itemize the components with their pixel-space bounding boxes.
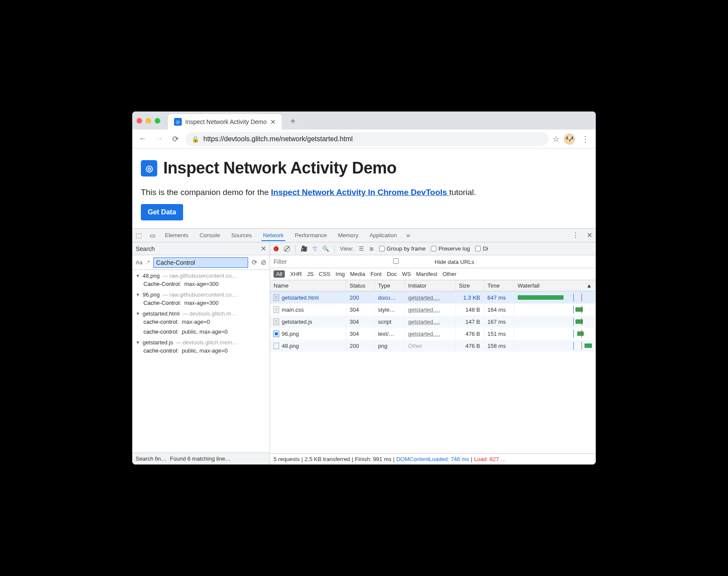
preserve-log-checkbox[interactable]: Preserve log <box>431 245 470 252</box>
profile-avatar[interactable]: 🐶 <box>564 133 575 145</box>
tab-application[interactable]: Application <box>368 229 399 241</box>
window-traffic-lights <box>137 118 160 124</box>
device-toggle-icon[interactable]: ▭ <box>149 232 156 239</box>
table-row[interactable]: getstarted.html200docu…getstarted.…1.3 K… <box>270 291 596 304</box>
search-status-left: Search fin… <box>136 455 167 462</box>
column-header[interactable]: Time <box>484 280 514 291</box>
type-filter-font[interactable]: Font <box>370 271 382 277</box>
search-icon[interactable]: 🔍 <box>322 245 329 252</box>
search-panel: Search ✕ Aa .* ⟳ ⊘ ▼ 48.png — raw.github… <box>132 242 270 465</box>
address-bar[interactable]: 🔒 https://devtools.glitch.me/network/get… <box>186 132 548 146</box>
refresh-search-icon[interactable]: ⟳ <box>252 258 257 266</box>
table-row[interactable]: 96.png304text/…getstarted.…476 B151 ms <box>270 328 596 340</box>
search-result-line[interactable]: Cache-Control: max-age=300 <box>136 298 266 308</box>
type-filter-ws[interactable]: WS <box>402 271 411 277</box>
type-filter-img[interactable]: Img <box>336 271 345 277</box>
group-by-frame-checkbox[interactable]: Group by frame <box>379 245 426 252</box>
regex-icon[interactable]: .* <box>146 259 150 266</box>
table-row[interactable]: 48.png200pngOther476 B158 ms <box>270 340 596 352</box>
devtools-menu-icon[interactable]: ⋮ <box>572 231 579 239</box>
search-close-icon[interactable]: ✕ <box>261 245 266 253</box>
search-result-file[interactable]: ▼ 96.png — raw.githubusercontent.co…Cach… <box>132 289 270 308</box>
table-header-row: NameStatusTypeInitiatorSizeTimeWaterfall… <box>270 280 596 291</box>
network-type-filters: AllXHRJSCSSImgMediaFontDocWSManifestOthe… <box>270 268 596 280</box>
tutorial-link[interactable]: Inspect Network Activity In Chrome DevTo… <box>271 188 449 197</box>
get-data-button[interactable]: Get Data <box>141 204 183 220</box>
column-header[interactable]: Initiator <box>404 280 455 291</box>
tab-title: Inspect Network Activity Demo <box>185 118 267 125</box>
search-header: Search ✕ <box>132 242 270 255</box>
summary-finish: Finish: 991 ms <box>355 456 392 462</box>
hide-data-urls-checkbox[interactable]: Hide data URLs <box>357 258 474 265</box>
tab-console[interactable]: Console <box>198 229 222 241</box>
tab-network[interactable]: Network <box>261 229 286 241</box>
search-result-file[interactable]: ▼ 48.png — raw.githubusercontent.co…Cach… <box>132 270 270 289</box>
column-header[interactable]: Name <box>270 280 346 291</box>
type-filter-doc[interactable]: Doc <box>387 271 397 277</box>
type-filter-js[interactable]: JS <box>307 271 314 277</box>
column-header[interactable]: Type <box>374 280 404 291</box>
window-minimize-button[interactable] <box>146 118 151 124</box>
waterfall-cell <box>518 294 592 301</box>
type-filter-css[interactable]: CSS <box>319 271 330 277</box>
waterfall-cell <box>518 306 592 313</box>
reload-button[interactable]: ⟳ <box>169 133 181 145</box>
search-result-line[interactable]: cache-control: public, max-age=0 <box>136 327 266 337</box>
clear-icon[interactable] <box>284 246 290 252</box>
lock-icon: 🔒 <box>192 136 199 142</box>
window-close-button[interactable] <box>137 118 142 124</box>
window-zoom-button[interactable] <box>155 118 160 124</box>
url-text: https://devtools.glitch.me/network/getst… <box>203 135 353 143</box>
column-header[interactable]: Status <box>346 280 374 291</box>
type-filter-other[interactable]: Other <box>442 271 457 277</box>
file-icon <box>274 331 279 337</box>
camera-icon[interactable]: 🎥 <box>301 245 308 252</box>
clear-search-icon[interactable]: ⊘ <box>261 258 266 266</box>
search-status-right: Found 6 matching line… <box>170 455 231 462</box>
search-input[interactable] <box>153 257 248 268</box>
devtools-close-icon[interactable]: ✕ <box>587 231 592 239</box>
type-filter-all[interactable]: All <box>274 270 285 278</box>
type-filter-xhr[interactable]: XHR <box>290 271 302 277</box>
file-icon <box>274 319 279 325</box>
network-panel: 🎥 ▽ 🔍 View: ☰ ≣ Group by frame Preserve … <box>270 242 596 465</box>
back-button[interactable]: ← <box>137 133 149 145</box>
forward-button[interactable]: → <box>153 133 165 145</box>
tab-elements[interactable]: Elements <box>163 229 190 241</box>
tab-sources[interactable]: Sources <box>230 229 254 241</box>
search-result-line[interactable]: cache-control: max-age=0 <box>136 317 266 327</box>
tab-performance[interactable]: Performance <box>293 229 328 241</box>
tab-memory[interactable]: Memory <box>336 229 360 241</box>
record-icon[interactable] <box>274 246 279 251</box>
inspect-element-icon[interactable]: ⬚ <box>136 232 142 239</box>
file-icon <box>274 294 279 301</box>
summary-requests: 5 requests <box>274 456 300 462</box>
match-case-icon[interactable]: Aa <box>136 259 143 266</box>
search-result-line[interactable]: Cache-Control: max-age=300 <box>136 279 266 289</box>
search-query-bar: Aa .* ⟳ ⊘ <box>132 255 270 270</box>
devtools-tabbar: ⬚ ▭ Elements Console Sources Network Per… <box>132 229 596 242</box>
browser-menu-button[interactable]: ⋮ <box>579 133 591 145</box>
file-icon <box>274 343 279 349</box>
search-result-file[interactable]: ▼ getstarted.html — devtools.glitch.m…ca… <box>132 308 270 337</box>
filter-input[interactable] <box>274 258 351 265</box>
more-tabs-icon[interactable]: » <box>406 232 410 239</box>
waterfall-cell <box>518 330 592 338</box>
type-filter-media[interactable]: Media <box>350 271 365 277</box>
table-row[interactable]: main.css304style…getstarted.…148 B164 ms <box>270 303 596 316</box>
page-heading: ◎ Inspect Network Activity Demo <box>141 159 587 177</box>
table-row[interactable]: getstarted.js304scriptgetstarted.…147 B1… <box>270 316 596 328</box>
search-result-file[interactable]: ▼ getstarted.js — devtools.glitch.me/n…c… <box>132 337 270 356</box>
bookmark-star-icon[interactable]: ☆ <box>553 134 560 144</box>
new-tab-button[interactable]: ＋ <box>287 115 299 127</box>
browser-tab[interactable]: ◎ Inspect Network Activity Demo ✕ <box>168 114 282 130</box>
column-header[interactable]: Waterfall▲ <box>514 280 596 291</box>
disable-cache-checkbox[interactable]: Di <box>475 245 488 252</box>
view-large-icon[interactable]: ☰ <box>359 245 364 252</box>
view-overview-icon[interactable]: ≣ <box>369 245 374 252</box>
column-header[interactable]: Size <box>455 280 484 291</box>
search-result-line[interactable]: cache-control: public, max-age=0 <box>136 346 266 356</box>
close-tab-icon[interactable]: ✕ <box>270 118 276 126</box>
type-filter-manifest[interactable]: Manifest <box>416 271 437 277</box>
filter-icon[interactable]: ▽ <box>313 245 317 252</box>
